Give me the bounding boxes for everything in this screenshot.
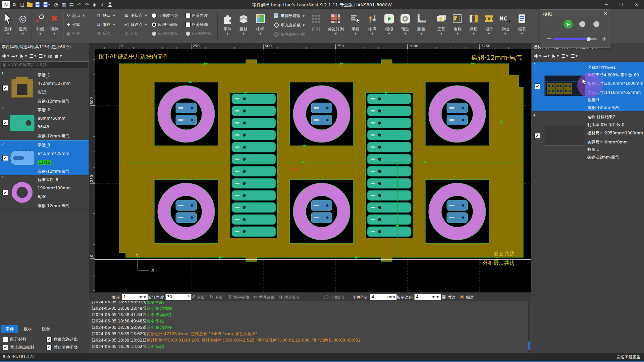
checkbox-icon[interactable]: [3, 337, 8, 342]
align-rotate-button[interactable]: 对齐旋转: [284, 295, 300, 300]
clear-button[interactable]: ✖ 清除 ▼: [47, 11, 62, 35]
filter-sheets-button[interactable]: ☰▼: [571, 53, 578, 59]
process-button[interactable]: 工艺▼: [433, 11, 450, 35]
sim-stop-button[interactable]: [593, 21, 599, 27]
remove-part-button[interactable]: ━▼: [12, 53, 18, 59]
forbid-exceed-sheet-checkbox[interactable]: ✔禁止超出板材: [3, 345, 34, 350]
sim-pause-button[interactable]: [579, 21, 585, 27]
snap-edge-icon[interactable]: ▣: [460, 294, 464, 299]
common-edge-icon[interactable]: ▦: [442, 294, 446, 299]
log-scrollbar[interactable]: [528, 302, 530, 352]
close-icon[interactable]: ✕: [604, 11, 607, 16]
add-part-button[interactable]: ✚▼: [2, 53, 9, 59]
slow-point-option[interactable]: a-1减速点▼: [124, 21, 147, 28]
preview-button[interactable]: 预览▼: [396, 11, 414, 35]
checkbox-icon[interactable]: ✔: [46, 345, 52, 350]
nested-ring-part[interactable]: [293, 85, 350, 142]
display-tool-button[interactable]: ◎ 显示 ▼: [15, 11, 30, 35]
snap-edge-button[interactable]: 贴边: [466, 295, 474, 300]
part-list-item[interactable]: 1 ✔ 零活_1 472mm*327mm 6/15 碳钢-12mm-氧气: [0, 70, 89, 105]
micro-joint-option[interactable]: ⊔微连▼: [96, 21, 115, 28]
lead-line-button[interactable]: 引线 ▼: [33, 11, 48, 35]
rotate-angle-input[interactable]: 30°: [165, 294, 192, 300]
remove-sheet-button[interactable]: ━▼: [544, 53, 550, 59]
dock-option[interactable]: ✚停靠: [66, 21, 80, 28]
checkbox-icon[interactable]: ✔: [46, 337, 52, 342]
filter-parts-button[interactable]: ☰▼: [39, 53, 46, 59]
tab-sheets[interactable]: 板材: [19, 325, 36, 333]
part-checkbox[interactable]: ✔: [2, 155, 8, 161]
allow-exceed-qty-checkbox[interactable]: ✔数量允许超出: [46, 337, 78, 342]
checkbox-icon[interactable]: ✔: [3, 345, 8, 350]
nested-ring-part[interactable]: [293, 183, 350, 240]
checkbox-icon[interactable]: [185, 13, 191, 18]
distinguish-mirror-checkbox[interactable]: 区分镜像: [185, 21, 208, 28]
select-tool-button[interactable]: 选择 ▼: [1, 11, 15, 35]
cooling-point-option[interactable]: ⊡冷却点▼: [124, 12, 147, 19]
auto-rotate-button[interactable]: 自动旋转: [329, 295, 345, 300]
manual-nest-button[interactable]: 手排▼: [347, 11, 364, 35]
nested-ring-part[interactable]: [158, 183, 215, 240]
chevron-down-icon[interactable]: ▼: [33, 32, 48, 35]
maximize-button[interactable]: ❐: [614, 0, 629, 9]
common-edge-array-button[interactable]: 共边阵列▼: [326, 11, 345, 35]
shred-cut-button[interactable]: 碎切▼: [465, 11, 482, 35]
mirror-vertical-icon[interactable]: ⋈: [253, 294, 258, 299]
sim-play-button[interactable]: ▶: [564, 20, 573, 28]
add-sheet-button[interactable]: ✚▼: [534, 53, 541, 59]
radio-icon[interactable]: [152, 22, 157, 27]
part-info-button[interactable]: ◍: [48, 53, 52, 59]
nested-ring-part[interactable]: [429, 85, 486, 142]
part-list-item-selected[interactable]: 3 ✔ 零活_3 64.5mm*35mm 12/12 碳钢-12mm-氧气: [0, 140, 89, 175]
nested-ring-part[interactable]: [429, 183, 486, 240]
sheet-checkbox[interactable]: ✔: [535, 83, 540, 89]
align-rotate-icon[interactable]: ◑: [279, 294, 282, 299]
sheet-checkbox[interactable]: ✔: [534, 133, 540, 139]
sheet-result-item[interactable]: 2 ✔ 名称:排样结果2 利用率:0% 零件数:0 板材尺寸:2050mm*10…: [532, 112, 644, 161]
rotate-right-button[interactable]: 右旋: [215, 295, 223, 300]
start-point-option[interactable]: ↻起点▼: [66, 12, 85, 19]
sort-parts-button[interactable]: ☰▼: [30, 53, 37, 59]
distinguish-material-checkbox[interactable]: 区分材料: [3, 337, 26, 342]
rotate-left-icon[interactable]: ↺: [192, 294, 195, 299]
sheet-margin-input[interactable]: 4mm: [414, 294, 441, 300]
report-button[interactable]: 报表▼: [513, 11, 531, 35]
chevron-down-icon[interactable]: ▼: [15, 32, 30, 35]
close-button[interactable]: ✕: [629, 0, 644, 9]
auto-rotate-icon[interactable]: ◯: [324, 294, 329, 299]
send-report-link[interactable]: 发送问题报告: [616, 354, 641, 360]
part-checkbox[interactable]: ✔: [2, 120, 8, 126]
nested-ring-part[interactable]: [158, 85, 215, 142]
distinguish-angle-checkbox[interactable]: 区分角度: [185, 12, 208, 19]
scrollbar-thumb[interactable]: [528, 342, 530, 350]
select-part-button[interactable]: ▼: [20, 54, 27, 59]
rearrange-current-sheet-button[interactable]: 重排当前板▼: [274, 12, 305, 19]
tab-parts[interactable]: 零件: [1, 325, 18, 333]
mirror-horizontal-button[interactable]: 水平镜像: [233, 295, 249, 300]
part-gap-input[interactable]: 4mm: [370, 294, 397, 300]
nest-button[interactable]: 排样▼: [252, 11, 269, 35]
mirror-horizontal-icon[interactable]: ⋈: [227, 295, 232, 299]
fine-tune-input[interactable]: 1mm: [122, 294, 148, 300]
simulate-button[interactable]: 模拟▼: [380, 11, 398, 35]
chevron-down-icon[interactable]: ▼: [1, 32, 15, 35]
rotate-left-button[interactable]: 左旋: [197, 295, 205, 300]
sort-button[interactable]: 排序▼: [364, 11, 381, 35]
slider-thumb[interactable]: [587, 37, 591, 41]
checkbox-icon[interactable]: [185, 22, 191, 27]
part-search-input[interactable]: [1, 61, 89, 68]
apply-current-sheet-radio[interactable]: 应用当前板: [152, 21, 178, 28]
mirror-vertical-button[interactable]: 垂直镜像: [259, 295, 275, 300]
sim-speed-slider[interactable]: [553, 38, 597, 40]
part-checkbox[interactable]: ✔: [2, 190, 8, 195]
radio-icon[interactable]: [152, 13, 157, 18]
common-edge-button[interactable]: 共边: [448, 295, 456, 300]
quote-button[interactable]: ¥ 报价▼: [480, 11, 498, 35]
tab-groups[interactable]: 组合: [38, 325, 54, 333]
forbid-overlap-checkbox[interactable]: ✔禁止零件重叠: [46, 345, 78, 350]
part-checkbox[interactable]: ✔: [2, 85, 8, 91]
chevron-down-icon[interactable]: ▼: [47, 32, 62, 35]
modify-self-radio[interactable]: 只修改自身: [152, 12, 178, 19]
export-nc-button[interactable]: NC 导出▼: [496, 11, 514, 35]
sheets-button[interactable]: 板材▼: [235, 11, 252, 35]
